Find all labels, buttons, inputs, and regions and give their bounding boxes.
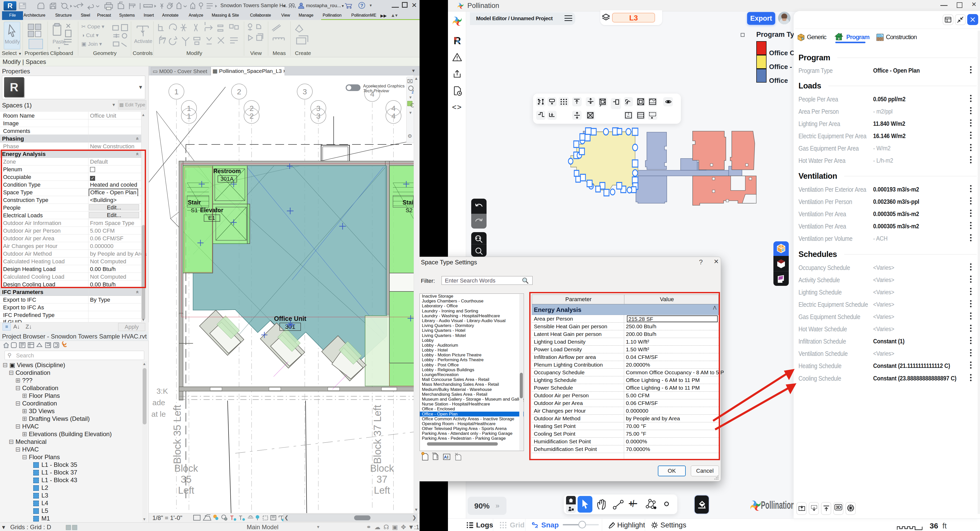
svg-text:1: 1 [174, 87, 179, 96]
svg-text:A: A [444, 455, 447, 459]
svg-text:3: 3 [303, 87, 307, 96]
svg-text:Restroom: Restroom [213, 168, 240, 174]
svg-text:S2: S2 [406, 207, 413, 213]
svg-text:S1: S1 [191, 207, 198, 213]
svg-text:2: 2 [250, 112, 254, 120]
svg-text:Stair: Stair [188, 199, 201, 206]
svg-text:3:K: 3:K [156, 387, 168, 395]
svg-text:E1: E1 [208, 215, 215, 221]
svg-text:301A: 301A [220, 176, 234, 182]
svg-text:Left: Left [178, 485, 194, 496]
svg-text:ade: ade [153, 398, 165, 407]
svg-text:Block: Block [370, 463, 394, 474]
svg-text:37: 37 [377, 474, 387, 485]
svg-text:2: 2 [237, 87, 241, 96]
svg-text:4: 4 [391, 112, 396, 120]
svg-text:Elevator: Elevator [200, 207, 223, 213]
svg-text:3: 3 [316, 112, 321, 120]
svg-text:Block: Block [174, 463, 199, 474]
svg-text:Block 35 Left: Block 35 Left [172, 405, 183, 464]
svg-text:Block 37 Left: Block 37 Left [372, 405, 383, 464]
svg-text:35: 35 [181, 474, 191, 485]
svg-text:I: I [447, 455, 449, 459]
svg-text:Left: Left [374, 485, 390, 496]
svg-text:1: 1 [187, 112, 191, 120]
